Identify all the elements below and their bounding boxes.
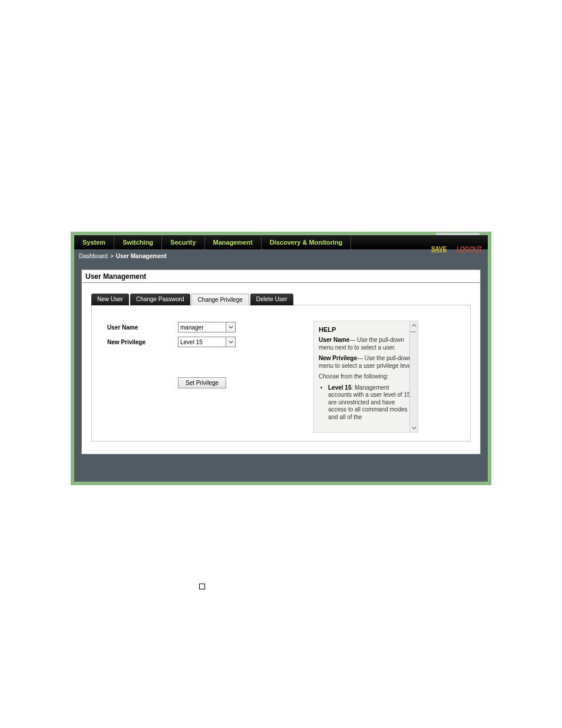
nav-system[interactable]: System [74, 235, 114, 249]
help-scrollbar[interactable] [409, 321, 418, 432]
help-p2-bold: New Privilege [319, 355, 357, 361]
form-left: User Name manager New Privilege Level 15 [107, 322, 302, 434]
tab-change-password[interactable]: Change Password [130, 294, 190, 305]
top-actions: SAVE LOGOUT [431, 246, 482, 252]
page-title: User Management [85, 272, 146, 281]
set-privilege-button[interactable]: Set Privilege [178, 377, 226, 388]
row-privilege: New Privilege Level 15 [107, 337, 302, 347]
tab-change-privilege[interactable]: Change Privilege [191, 294, 249, 305]
page-title-bar: User Management [81, 269, 481, 282]
help-li-level15: Level 15: Management accounts with a use… [328, 384, 414, 421]
scroll-down-icon[interactable] [410, 424, 418, 432]
chevron-down-icon [226, 337, 235, 347]
nav-management[interactable]: Management [205, 235, 262, 249]
breadcrumb: Dashboard > User Management [74, 249, 488, 262]
scrollbar-thumb[interactable] [409, 331, 416, 332]
select-username[interactable]: manager [178, 322, 236, 332]
help-list: Level 15: Management accounts with a use… [319, 384, 414, 421]
label-privilege: New Privilege [107, 339, 178, 345]
nav-discovery-monitoring[interactable]: Discovery & Monitoring [262, 235, 351, 249]
help-li-bold: Level 15 [328, 384, 351, 391]
scroll-up-icon[interactable] [410, 321, 418, 330]
tab-delete-user[interactable]: Delete User [250, 294, 293, 305]
select-username-value: manager [180, 324, 203, 331]
tab-row: New User Change Password Change Privileg… [91, 294, 471, 305]
form-box: User Name manager New Privilege Level 15 [91, 305, 471, 442]
help-panel: HELP User Name— Use the pull-down menu n… [313, 321, 418, 433]
app-window-frame: System Switching Security Management Dis… [71, 232, 491, 485]
breadcrumb-root[interactable]: Dashboard [79, 253, 108, 259]
help-p1-bold: User Name [319, 337, 349, 343]
app-inner-panel: System Switching Security Management Dis… [74, 235, 488, 482]
select-privilege-value: Level 15 [180, 339, 203, 345]
logout-link[interactable]: LOGOUT [457, 246, 482, 252]
checkbox-glyph [199, 584, 205, 589]
help-p-username: User Name— Use the pull-down menu next t… [319, 337, 414, 351]
content-panel: New User Change Password Change Privileg… [81, 282, 481, 454]
help-title: HELP [319, 326, 414, 333]
chevron-down-icon [226, 322, 235, 332]
row-username: User Name manager [107, 322, 302, 332]
save-link[interactable]: SAVE [431, 246, 447, 252]
breadcrumb-separator: > [110, 253, 114, 259]
nav-switching[interactable]: Switching [114, 235, 162, 249]
help-p-privilege: New Privilege— Use the pull-down menu to… [319, 355, 414, 370]
select-privilege[interactable]: Level 15 [178, 337, 236, 347]
breadcrumb-current: User Management [116, 253, 167, 259]
label-username: User Name [107, 324, 178, 331]
window-top-accent [436, 233, 480, 235]
nav-security[interactable]: Security [162, 235, 204, 249]
main-nav: System Switching Security Management Dis… [74, 235, 488, 249]
help-p-choose: Choose from the following: [319, 373, 414, 381]
tab-new-user[interactable]: New User [91, 294, 129, 305]
